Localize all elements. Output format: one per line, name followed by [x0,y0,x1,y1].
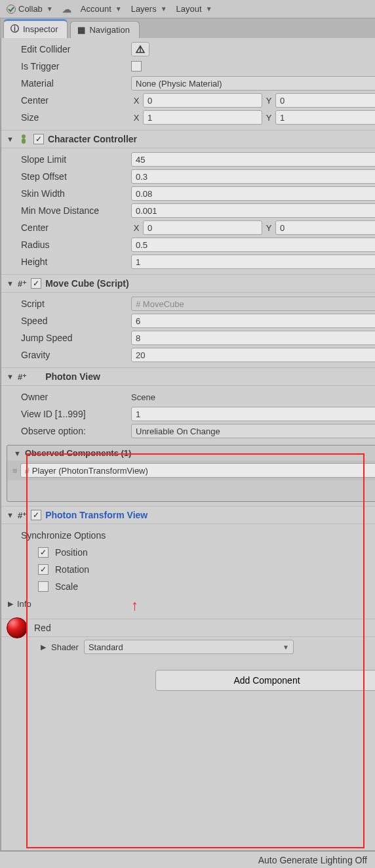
is-trigger-checkbox[interactable] [131,61,142,72]
center-y-input[interactable] [275,93,375,108]
chevron-down-icon: ▼ [47,5,53,12]
info-icon: ⓘ [10,23,19,35]
jump-speed-label: Jump Speed [7,333,131,343]
check-circle-icon [7,5,16,14]
cc-center-y-input[interactable] [275,220,375,235]
rotation-label: Rotation [55,564,89,575]
add-component-button[interactable]: Add Component [155,670,375,691]
layers-dropdown[interactable]: Layers ▼ [127,1,171,16]
foldout-icon[interactable]: ▼ [7,511,14,519]
axis-y-label: Y [264,223,274,233]
layout-dropdown[interactable]: Layout ▼ [172,1,216,16]
size-label: Size [7,112,131,123]
is-trigger-label: Is Trigger [7,61,131,72]
inspector-panel: Edit Collider Is Trigger Material None (… [1,38,375,851]
account-label: Account [81,4,111,14]
component-enable-checkbox[interactable] [33,134,44,144]
observe-option-label: Observe option: [7,426,131,436]
chevron-down-icon: ▼ [206,5,212,12]
scale-checkbox[interactable] [38,581,49,592]
scale-label: Scale [55,581,78,592]
chevron-down-icon: ▼ [161,5,167,12]
physic-material-field[interactable]: None (Physic Material) [131,76,375,91]
script-icon: #⁺ [18,372,27,382]
height-input[interactable] [131,255,375,269]
radius-label: Radius [7,239,131,250]
script-icon: #⁺ [18,510,27,520]
photon-transform-view-header[interactable]: ▼ #⁺ Photon Transform View ？ ⚙ ⋮ [1,506,375,524]
account-dropdown[interactable]: Account ▼ [77,1,126,16]
min-move-label: Min Move Distance [7,205,131,216]
foldout-icon[interactable]: ▼ [7,373,14,381]
gravity-input[interactable] [131,348,375,362]
observed-header-label: Observed Components (1) [25,448,132,458]
foldout-icon[interactable]: ▼ [12,449,21,457]
material-header[interactable]: Red ？ ⚙ ⚙ [1,619,375,637]
cloud-icon: ☁ [62,4,71,14]
observed-item-label: Player (PhotonTransformView) [32,466,148,476]
edit-collider-button[interactable] [131,42,149,56]
skin-width-label: Skin Width [7,188,131,199]
edit-collider-label: Edit Collider [7,44,131,54]
speed-input[interactable] [131,314,375,328]
foldout-icon[interactable]: ▼ [7,279,14,287]
step-offset-label: Step Offset [7,171,131,182]
view-id-input[interactable] [131,407,375,421]
observed-item-row: ≡ #Player (PhotonTransformView) − [7,461,375,480]
script-icon: #⁺ [18,279,27,289]
owner-value: Scene [131,392,375,402]
speed-label: Speed [7,316,131,326]
size-x-input[interactable] [143,110,262,125]
view-id-label: View ID [1..999] [7,409,131,419]
radius-input[interactable] [131,238,375,252]
center-x-input[interactable] [143,93,262,108]
shader-dropdown[interactable]: Standard▼ [84,640,294,654]
step-offset-input[interactable] [131,169,375,184]
move-cube-header[interactable]: ▼ #⁺ Move Cube (Script) ？ ⚙ ⋮ [1,274,375,293]
tab-inspector[interactable]: ⓘ Inspector [3,19,68,38]
foldout-icon[interactable]: ▶ [7,600,13,608]
observed-component-field[interactable]: #Player (PhotonTransformView) [20,463,375,478]
slope-limit-input[interactable] [131,152,375,167]
size-y-input[interactable] [275,110,375,125]
observed-components-header[interactable]: ▼ Observed Components (1) [7,445,375,461]
cc-center-x-input[interactable] [143,220,262,235]
status-bar: Auto Generate Lighting Off [0,851,375,868]
jump-speed-input[interactable] [131,331,375,345]
svg-rect-1 [22,138,26,144]
axis-y-label: Y [264,96,274,106]
slope-limit-label: Slope Limit [7,154,131,165]
navigation-icon: ▦ [77,25,85,35]
skin-width-input[interactable] [131,186,375,201]
component-enable-checkbox[interactable] [31,510,41,520]
drag-handle-icon[interactable]: ≡ [12,466,16,476]
min-move-input[interactable] [131,203,375,218]
component-enable-checkbox[interactable] [31,278,41,289]
cloud-button[interactable]: ☁ [58,1,75,17]
info-foldout-label: Info [17,599,31,609]
tab-bar: ⓘ Inspector ▦ Navigation 🔓 ⋮ [1,18,375,38]
status-text: Auto Generate Lighting Off [258,855,367,865]
material-value: None (Physic Material) [136,79,222,89]
cc-center-label: Center [7,222,131,233]
tab-label: Navigation [89,25,129,35]
top-toolbar: Collab ▼ ☁ Account ▼ Layers ▼ Layout ▼ [0,0,375,18]
character-controller-icon [18,133,30,145]
component-title: Photon View [45,371,100,382]
position-checkbox[interactable] [38,547,49,558]
sync-options-label: Synchronize Options [7,530,375,541]
observe-option-dropdown[interactable]: Unreliable On Change▼ [131,424,375,438]
foldout-icon[interactable]: ▼ [7,135,14,143]
tab-navigation[interactable]: ▦ Navigation [70,21,139,38]
photon-view-header[interactable]: ▼ #⁺ Photon View ？ ⚙ ⋮ [1,367,375,386]
script-field: # MoveCube [131,297,375,311]
foldout-icon[interactable]: ▶ [39,643,46,651]
rotation-checkbox[interactable] [38,564,49,575]
component-title: Move Cube (Script) [45,278,129,289]
height-label: Height [7,257,131,267]
svg-point-0 [22,134,26,138]
axis-x-label: X [131,223,142,233]
character-controller-header[interactable]: ▼ Character Controller ？ ⚙ ⋮ [1,130,375,148]
collab-dropdown[interactable]: Collab ▼ [3,1,57,16]
chevron-down-icon: ▼ [115,5,122,12]
